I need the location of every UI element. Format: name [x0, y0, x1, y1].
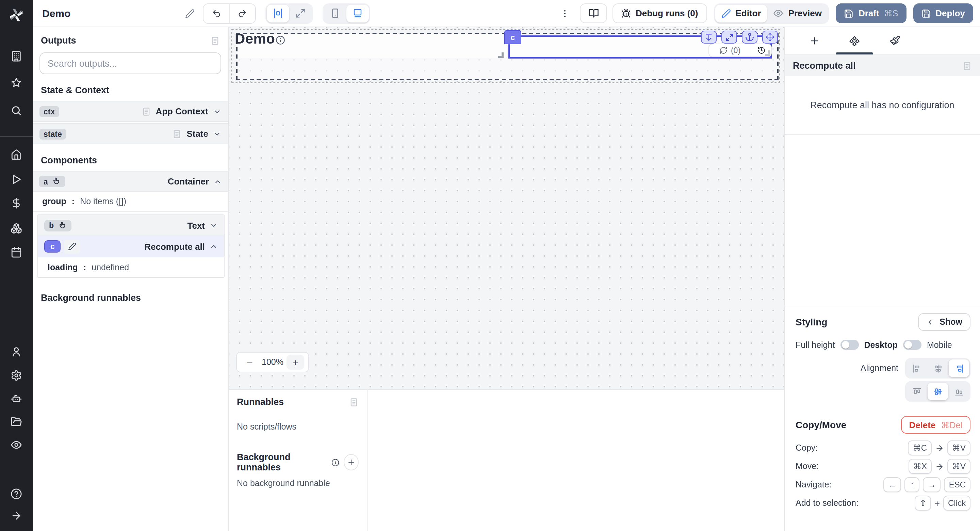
settings-component-tab[interactable] — [834, 27, 875, 54]
editor-preview-toggle: Editor Preview — [714, 3, 829, 24]
redo-button[interactable] — [229, 4, 255, 23]
component-c-edit-chip[interactable] — [64, 239, 81, 254]
component-c-badge[interactable]: c — [44, 240, 61, 253]
chevron-up-icon[interactable] — [214, 177, 222, 185]
component-row-a[interactable]: a Container — [33, 171, 228, 192]
align-left-button[interactable] — [907, 359, 927, 377]
text-component-resize-handle[interactable] — [498, 53, 504, 58]
users-icon[interactable] — [11, 346, 22, 357]
align-center-vertical-icon — [933, 387, 942, 396]
outputs-doc-icon[interactable] — [210, 36, 220, 45]
settings-tabs — [785, 27, 980, 55]
component-a-badge[interactable]: a — [39, 175, 66, 187]
favorites-star-icon[interactable] — [11, 77, 22, 88]
main-column: Demo Debug runs (0) — [33, 0, 980, 531]
runs-play-icon[interactable] — [11, 174, 22, 185]
home-icon[interactable] — [11, 149, 22, 161]
align-top-button[interactable] — [907, 383, 927, 400]
outputs-search — [40, 53, 221, 74]
runnables-doc-icon[interactable] — [349, 397, 359, 407]
full-width-button[interactable] — [289, 5, 311, 22]
resources-boxes-icon[interactable] — [11, 223, 22, 234]
maximize-icon — [725, 33, 733, 41]
styling-title: Styling — [795, 317, 827, 327]
selected-component-label[interactable]: c — [504, 30, 521, 44]
chevron-down-icon[interactable] — [213, 130, 221, 138]
desktop-view-button[interactable] — [346, 5, 369, 22]
chevron-up-icon[interactable] — [210, 242, 218, 250]
workers-bot-icon[interactable] — [11, 393, 22, 404]
kebab-menu-icon[interactable] — [557, 4, 573, 23]
full-height-toggle[interactable] — [840, 340, 859, 350]
docs-button[interactable] — [580, 3, 607, 23]
canvas-width-group — [265, 3, 313, 24]
component-b-badge[interactable]: b — [44, 220, 72, 231]
settings-doc-icon[interactable] — [962, 61, 972, 70]
show-styling-button[interactable]: Show — [918, 313, 970, 331]
workspace-building-icon[interactable] — [11, 50, 22, 62]
paintbrush-icon — [889, 35, 900, 46]
align-bottom-button[interactable] — [949, 383, 969, 400]
audit-eye-icon[interactable] — [11, 439, 22, 451]
align-middle-button[interactable] — [928, 383, 948, 400]
rerun-button[interactable]: (0) — [709, 44, 751, 56]
insert-component-tab[interactable] — [794, 27, 834, 54]
components-heading: Components — [33, 146, 228, 171]
search-outputs-input[interactable] — [40, 53, 221, 74]
history-button[interactable] — [751, 44, 771, 56]
anchor-component-button[interactable] — [742, 30, 757, 43]
debug-runs-button[interactable]: Debug runs (0) — [612, 3, 707, 23]
nav-rail — [0, 0, 33, 531]
chevron-down-icon[interactable] — [210, 221, 218, 230]
background-runnables-title: Background runnables — [237, 452, 326, 472]
align-center-horizontal-icon — [933, 364, 942, 373]
align-right-button[interactable] — [949, 359, 969, 377]
component-row-c-selected[interactable]: c Recompute all — [38, 236, 224, 257]
move-component-button[interactable] — [762, 30, 778, 43]
draft-button[interactable]: Draft ⌘S — [836, 3, 906, 23]
zoom-in-button[interactable]: + — [286, 355, 304, 370]
plus-icon — [347, 458, 355, 466]
delete-button[interactable]: Delete ⌘Del — [901, 416, 970, 434]
add-background-runnable-button[interactable] — [344, 454, 359, 470]
bug-icon — [621, 8, 631, 18]
variables-dollar-icon[interactable] — [11, 198, 22, 209]
center-column: Demo c (0) — [229, 27, 784, 531]
mobile-view-button[interactable] — [324, 5, 346, 22]
editor-tab[interactable]: Editor — [715, 5, 767, 22]
settings-header-title: Recompute all — [793, 61, 856, 71]
ctx-row[interactable]: ctx App Context — [33, 101, 228, 122]
align-center-button[interactable] — [928, 359, 948, 377]
windmill-logo-icon[interactable] — [9, 8, 24, 22]
rail-divider — [0, 136, 33, 137]
bottom-panel-empty-area — [368, 390, 784, 531]
edit-title-pencil-icon[interactable] — [185, 8, 194, 18]
expand-down-button[interactable] — [701, 30, 717, 43]
search-icon[interactable] — [11, 105, 22, 116]
deploy-button[interactable]: Deploy — [913, 3, 973, 23]
resize-handle[interactable] — [765, 50, 770, 56]
loading-prop-row: loading : undefined — [38, 257, 224, 277]
background-runnables-heading: Background runnables — [33, 278, 228, 303]
kbd-arrow-left: ← — [884, 477, 901, 492]
center-content-button[interactable] — [266, 5, 289, 22]
settings-gear-icon[interactable] — [11, 370, 22, 381]
fullscreen-component-button[interactable] — [721, 30, 737, 43]
chevron-down-icon[interactable] — [213, 107, 221, 115]
schedules-calendar-icon[interactable] — [11, 246, 22, 258]
styling-tab[interactable] — [875, 27, 915, 54]
selection-toolbar — [701, 30, 778, 43]
kbd-cmd-v: ⌘V — [947, 440, 970, 455]
group-prop-row: group : No items ([]) — [33, 192, 228, 212]
zoom-out-button[interactable]: − — [241, 355, 259, 370]
mobile-desktop-toggle[interactable] — [903, 340, 921, 350]
folders-icon[interactable] — [11, 416, 22, 427]
info-icon[interactable] — [275, 35, 285, 45]
state-row[interactable]: state State — [33, 123, 228, 144]
collapse-arrow-right-icon[interactable] — [11, 510, 22, 521]
help-icon[interactable] — [11, 488, 22, 500]
undo-button[interactable] — [203, 4, 229, 23]
component-row-b[interactable]: b Text — [38, 215, 224, 236]
preview-tab[interactable]: Preview — [767, 5, 828, 22]
kbd-click: Click — [943, 496, 970, 510]
